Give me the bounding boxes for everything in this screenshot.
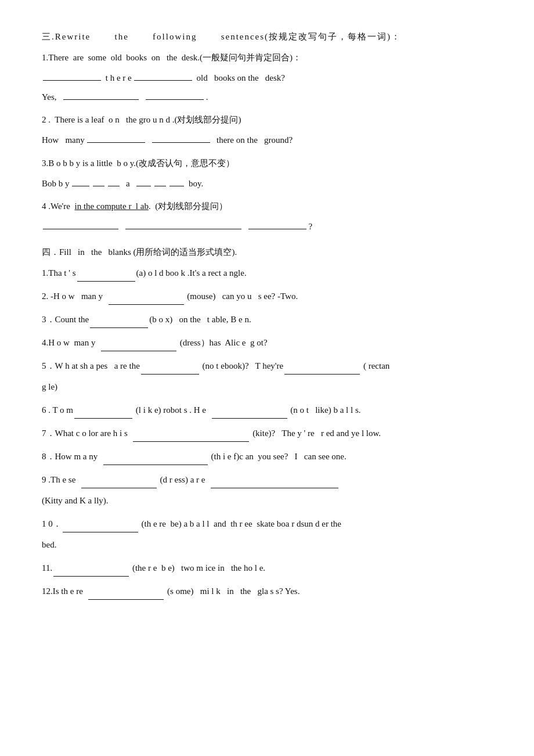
q4-2: 2. -H o w man y (mouse) can yo u s ee? -… — [42, 287, 492, 305]
blank-q3-4-3[interactable] — [248, 219, 306, 229]
blank-q3-1-1[interactable] — [43, 70, 101, 81]
blank-q4-6-2[interactable] — [212, 408, 287, 419]
q4-6: 6 . T o m (l i k e) robot s . H e (n o t… — [42, 401, 492, 419]
q3-2-prompt: 2 . There is a leaf o n the gro u n d .(… — [42, 111, 492, 128]
q3-3-prompt: 3.B o b b y is a little b o y.(改成否认句，意思不… — [42, 154, 492, 172]
q3-2: 2 . There is a leaf o n the gro u n d .(… — [42, 111, 492, 149]
blank-q3-3-6[interactable] — [169, 176, 184, 186]
q4-8: 8．How m a ny (th i e f)c an you see? I c… — [42, 448, 492, 465]
blank-q3-2-2[interactable] — [152, 132, 210, 143]
q3-3-line1: Bob b y a boy. — [42, 175, 492, 192]
blank-q4-7-1[interactable] — [133, 431, 249, 442]
blank-q3-1-3[interactable] — [63, 89, 139, 100]
blank-q3-3-3[interactable] — [108, 176, 120, 186]
blank-q4-6-1[interactable] — [74, 408, 132, 419]
blank-q3-1-4[interactable] — [146, 89, 204, 100]
blank-q4-11-1[interactable] — [53, 566, 129, 577]
q4-3: 3．Count the(b o x) on the t able, B e n. — [42, 311, 492, 328]
q3-1: 1.There are some old books on the desk.(… — [42, 49, 492, 105]
q4-10: 1 0． (th e re be) a b a l l and th r ee … — [42, 515, 492, 553]
q4-5: 5．W h at sh a pes a re the (no t ebook)?… — [42, 357, 492, 395]
q3-2-line1: How many there on the ground? — [42, 132, 492, 149]
blank-q4-12-1[interactable] — [88, 589, 164, 600]
q3-1-prompt: 1.There are some old books on the desk.(… — [42, 49, 492, 66]
q3-4: 4 .We're in the compute r l ab. (对划线部分提问… — [42, 197, 492, 235]
section-3: 三.Rewrite the following sentences(按规定改写句… — [42, 28, 492, 235]
q4-9: 9 .Th e se (d r ess) a r e (Kitty and K … — [42, 471, 492, 509]
blank-q4-10-1[interactable] — [63, 522, 138, 532]
blank-q3-3-4[interactable] — [136, 176, 151, 186]
blank-q4-9-1[interactable] — [81, 478, 157, 488]
blank-q4-5-1[interactable] — [141, 364, 199, 375]
section3-header: 三.Rewrite the following sentences(按规定改写句… — [42, 28, 492, 45]
q3-4-prompt: 4 .We're in the compute r l ab. (对划线部分提问… — [42, 197, 492, 215]
blank-q4-3-1[interactable] — [90, 318, 148, 328]
q4-4: 4.H o w man y (dress）has Alic e g ot? — [42, 334, 492, 351]
blank-q4-1-1[interactable] — [77, 271, 135, 282]
section4-header: 四．Fill in the blanks (用所给词的适当形式填空). — [42, 243, 492, 261]
blank-q3-3-5[interactable] — [154, 176, 166, 186]
blank-q4-2-1[interactable] — [109, 294, 184, 305]
blank-q3-3-2[interactable] — [93, 176, 104, 186]
q4-12: 12.Is th e re (s ome) mi l k in the gla … — [42, 582, 492, 600]
q4-7: 7．What c o lor are h i s (kite)? The y '… — [42, 424, 492, 442]
blank-q4-4-1[interactable] — [101, 341, 176, 351]
blank-q3-4-1[interactable] — [43, 219, 118, 229]
q4-1: 1.Tha t ' s(a) o l d boo k .It's a rect … — [42, 264, 492, 282]
q4-11: 11. (the r e b e) two m ice in the ho l … — [42, 559, 492, 577]
q3-1-line2: Yes, . — [42, 89, 492, 106]
q3-4-line1: ? — [42, 218, 492, 235]
blank-q4-9-2[interactable] — [211, 478, 338, 488]
blank-q3-2-1[interactable] — [87, 132, 145, 143]
q3-3: 3.B o b b y is a little b o y.(改成否认句，意思不… — [42, 154, 492, 192]
blank-q3-3-1[interactable] — [72, 176, 89, 186]
blank-q4-5-2[interactable] — [284, 364, 360, 375]
blank-q4-8-1[interactable] — [103, 455, 208, 465]
section-4: 四．Fill in the blanks (用所给词的适当形式填空). 1.Th… — [42, 243, 492, 600]
blank-q3-4-2[interactable] — [125, 219, 241, 229]
q3-1-line1: t h e r e old books on the desk? — [42, 70, 492, 87]
blank-q3-1-2[interactable] — [134, 70, 192, 81]
